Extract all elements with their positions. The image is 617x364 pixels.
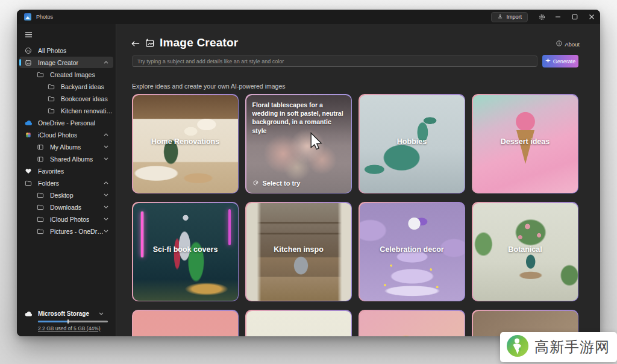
sidebar-item-icloud-photos-folder[interactable]: iCloud Photos [19, 213, 113, 225]
watermark-logo-icon [506, 334, 529, 360]
card-art-pastel-swirl [133, 311, 238, 337]
sidebar-item-label: Downloads [50, 204, 81, 211]
card-wedding-decor-hovered[interactable]: Floral tablescapes for a wedding in soft… [245, 94, 352, 193]
card-art-white-flowers [246, 311, 351, 337]
watermark: 高新手游网 [500, 332, 617, 362]
chevron-down-icon [104, 157, 108, 160]
chevron-down-icon [104, 206, 108, 209]
sidebar: All Photos Image Creator Created Images … [17, 24, 116, 336]
photos-app-icon [24, 13, 31, 20]
chevron-up-icon [104, 133, 108, 136]
sidebar-item-label: Favorites [38, 168, 64, 175]
sidebar-item-label: Shared Albums [50, 155, 93, 163]
sidebar-item-shared-albums[interactable]: Shared Albums [19, 153, 113, 165]
sidebar-item-desktop[interactable]: Desktop [19, 189, 113, 201]
sidebar-item-label: Created Images [50, 71, 95, 78]
sidebar-item-onedrive-personal[interactable]: OneDrive - Personal [19, 117, 113, 128]
card-art-hobbies [360, 95, 465, 193]
card-dessert-ideas[interactable]: Dessert ideas [472, 94, 578, 193]
sidebar-item-all-photos[interactable]: All Photos [19, 45, 113, 56]
folder-icon [36, 216, 45, 223]
page-title: Image Creator [160, 36, 238, 49]
card-botanical[interactable]: Botanical [472, 202, 578, 301]
sidebar-item-favorites[interactable]: Favorites [19, 165, 113, 177]
close-button[interactable] [583, 10, 600, 24]
albums-icon [36, 143, 45, 151]
sidebar-item-label: Desktop [50, 192, 74, 199]
prompt-input[interactable] [132, 55, 537, 67]
card-partial-pastel-swirl[interactable] [132, 310, 239, 336]
tap-cursor-icon [252, 180, 259, 187]
folder-icon [47, 95, 55, 102]
folder-icon [47, 83, 55, 90]
idea-cards-grid: Home Renovations Floral tablescapes for … [132, 94, 578, 336]
import-icon [497, 13, 503, 20]
card-art-home-renovations [133, 95, 238, 193]
cloud-icon [24, 311, 33, 317]
chevron-down-icon [104, 218, 108, 221]
back-button[interactable] [130, 38, 142, 49]
minimize-button[interactable] [550, 10, 566, 24]
storage-usage-link[interactable]: 2.2 GB used of 5 GB (44%) [38, 325, 108, 331]
folder-icon [36, 192, 45, 199]
sidebar-item-downloads[interactable]: Downloads [19, 201, 113, 213]
storage-progress-bar [38, 321, 108, 322]
card-kitchen-inspo[interactable]: Kitchen inspo [245, 202, 352, 301]
sidebar-item-label: Backyard ideas [61, 83, 104, 90]
sidebar-item-label: Bookcover ideas [61, 95, 108, 102]
menu-hamburger-icon[interactable] [20, 29, 36, 40]
folder-icon [47, 107, 55, 115]
card-home-renovations[interactable]: Home Renovations [132, 94, 239, 193]
albums-icon [36, 155, 45, 163]
card-scifi-book-covers[interactable]: Sci-fi book covers [132, 202, 239, 301]
card-partial-white-flowers[interactable] [245, 310, 352, 336]
sidebar-item-label: Pictures - OneDrive Personal [50, 228, 104, 235]
select-to-try-action[interactable]: Select to try [252, 180, 301, 187]
chevron-down-icon[interactable] [99, 312, 104, 315]
card-hobbies[interactable]: Hobbies [359, 94, 465, 193]
sidebar-item-label: Image Creator [38, 59, 78, 66]
import-button[interactable]: Import [491, 12, 528, 22]
about-button[interactable]: About [556, 40, 580, 48]
heart-icon [24, 168, 33, 174]
sidebar-item-my-albums[interactable]: My Albums [19, 141, 113, 152]
folder-icon [36, 204, 45, 211]
maximize-button[interactable] [566, 10, 583, 24]
select-to-try-label: Select to try [263, 180, 301, 187]
import-label: Import [506, 14, 522, 20]
card-art-wedding-blurred: Floral tablescapes for a wedding in soft… [246, 95, 351, 193]
storage-progress-fill [38, 321, 67, 322]
card-art-dessert-ideas [473, 95, 578, 193]
sidebar-item-icloud-photos[interactable]: iCloud Photos [19, 129, 113, 140]
main-content: Image Creator About Generate Explore ide… [116, 24, 600, 336]
sidebar-item-backyard-ideas[interactable]: Backyard ideas [19, 81, 113, 92]
chevron-up-icon [104, 61, 108, 64]
sidebar-item-created-images[interactable]: Created Images [19, 69, 113, 80]
card-art-kitchen [246, 203, 351, 301]
sidebar-item-label: My Albums [50, 143, 81, 151]
sidebar-item-folders[interactable]: Folders [19, 177, 113, 189]
photos-app-window: Photos Import [17, 10, 600, 336]
icloud-photos-icon [24, 131, 33, 139]
generate-button[interactable]: Generate [542, 55, 578, 67]
mouse-cursor [309, 132, 325, 154]
photo-icon [24, 47, 33, 54]
card-celebration-decor[interactable]: Celebration decor [359, 202, 465, 301]
app-title: Photos [36, 14, 53, 20]
sparkle-icon [545, 58, 551, 64]
sidebar-item-label: OneDrive - Personal [38, 119, 95, 127]
chevron-down-icon [104, 230, 108, 233]
storage-section: Microsoft Storage 2.2 GB used of 5 GB (4… [17, 310, 116, 331]
card-partial-macarons[interactable] [359, 310, 465, 336]
settings-gear-icon[interactable] [534, 10, 550, 24]
sidebar-item-label: iCloud Photos [38, 131, 77, 139]
folder-icon [24, 180, 33, 187]
sidebar-item-kitchen-renovations[interactable]: Kitchen renovations [19, 105, 113, 116]
image-creator-icon [145, 38, 155, 51]
sidebar-item-image-creator[interactable]: Image Creator [19, 57, 113, 68]
sidebar-item-label: iCloud Photos [50, 216, 89, 223]
generate-label: Generate [553, 58, 576, 64]
sidebar-item-pictures-onedrive[interactable]: Pictures - OneDrive Personal [19, 225, 113, 237]
sidebar-item-bookcover-ideas[interactable]: Bookcover ideas [19, 93, 113, 104]
sidebar-item-label: Kitchen renovations [61, 107, 113, 115]
